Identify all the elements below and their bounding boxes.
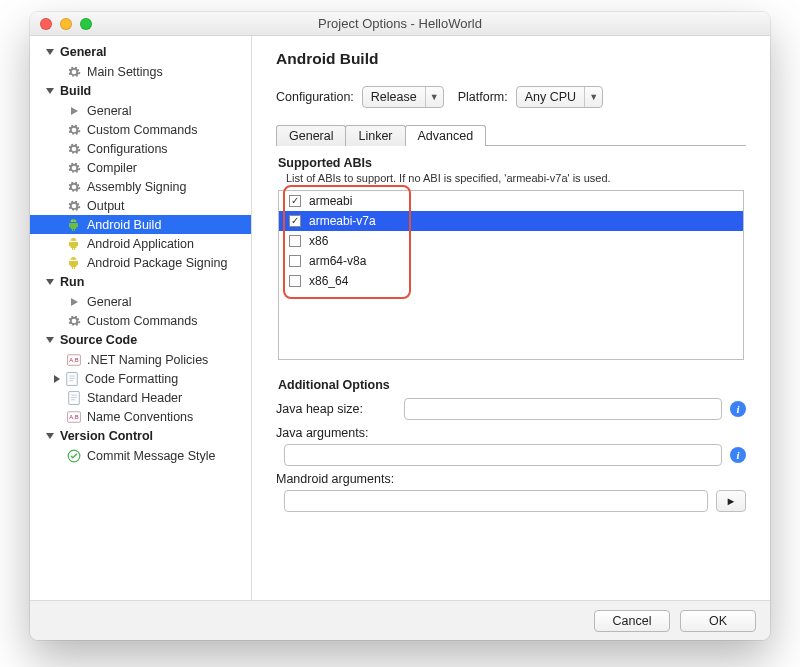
sidebar-item-label: Android Application bbox=[87, 237, 194, 251]
tab-general[interactable]: General bbox=[276, 125, 346, 146]
titlebar: Project Options - HelloWorld bbox=[30, 12, 770, 36]
sidebar-section-build[interactable]: Build bbox=[30, 81, 251, 101]
sidebar-item--net-naming-policies[interactable]: A,B.NET Naming Policies bbox=[30, 350, 251, 369]
tab-linker[interactable]: Linker bbox=[345, 125, 405, 146]
sidebar-item-assembly-signing[interactable]: Assembly Signing bbox=[30, 177, 251, 196]
tabbar: GeneralLinkerAdvanced bbox=[276, 124, 746, 145]
sidebar-item-commit-message-style[interactable]: Commit Message Style bbox=[30, 446, 251, 465]
java-heap-input[interactable] bbox=[404, 398, 722, 420]
sidebar-item-custom-commands[interactable]: Custom Commands bbox=[30, 120, 251, 139]
close-window-button[interactable] bbox=[40, 18, 52, 30]
info-icon[interactable]: i bbox=[730, 401, 746, 417]
checkbox[interactable] bbox=[289, 235, 301, 247]
abi-label: armeabi bbox=[309, 194, 352, 208]
sidebar-item-android-application[interactable]: Android Application bbox=[30, 234, 251, 253]
abi-row-arm64-v8a[interactable]: arm64-v8a bbox=[279, 251, 743, 271]
play-icon bbox=[66, 295, 81, 309]
mandroid-browse-button[interactable]: ► bbox=[716, 490, 746, 512]
sidebar-item-label: General bbox=[87, 295, 131, 309]
abi-row-x86-64[interactable]: x86_64 bbox=[279, 271, 743, 291]
sidebar-item-label: Assembly Signing bbox=[87, 180, 186, 194]
svg-point-3 bbox=[75, 239, 76, 240]
abi-label: x86_64 bbox=[309, 274, 348, 288]
minimize-window-button[interactable] bbox=[60, 18, 72, 30]
check-circle-icon bbox=[66, 449, 81, 463]
platform-value: Any CPU bbox=[517, 90, 584, 104]
mandroid-args-label: Mandroid arguments: bbox=[276, 472, 396, 486]
disclosure-triangle-icon bbox=[46, 279, 54, 285]
sidebar-item-label: General bbox=[87, 104, 131, 118]
mandroid-args-input[interactable] bbox=[284, 490, 708, 512]
info-icon[interactable]: i bbox=[730, 447, 746, 463]
sidebar-item-compiler[interactable]: Compiler bbox=[30, 158, 251, 177]
java-args-input[interactable] bbox=[284, 444, 722, 466]
badge-icon: A,B bbox=[66, 353, 81, 367]
tab-advanced[interactable]: Advanced bbox=[405, 125, 487, 146]
svg-rect-8 bbox=[66, 372, 77, 385]
sidebar-item-output[interactable]: Output bbox=[30, 196, 251, 215]
configuration-combo[interactable]: Release ▼ bbox=[362, 86, 444, 108]
sidebar-item-label: Name Conventions bbox=[87, 410, 193, 424]
gear-icon bbox=[66, 199, 81, 213]
window-title: Project Options - HelloWorld bbox=[30, 16, 770, 31]
svg-text:A,B: A,B bbox=[69, 414, 79, 420]
gear-icon bbox=[66, 314, 81, 328]
play-icon bbox=[66, 104, 81, 118]
sidebar-item-standard-header[interactable]: Standard Header bbox=[30, 388, 251, 407]
platform-label: Platform: bbox=[458, 90, 508, 104]
svg-point-2 bbox=[72, 239, 73, 240]
sidebar-item-label: Output bbox=[87, 199, 125, 213]
abi-row-armeabi-v7a[interactable]: armeabi-v7a bbox=[279, 211, 743, 231]
abi-row-x86[interactable]: x86 bbox=[279, 231, 743, 251]
gear-icon bbox=[66, 123, 81, 137]
gear-icon bbox=[66, 142, 81, 156]
configuration-label: Configuration: bbox=[276, 90, 354, 104]
sidebar-item-custom-commands[interactable]: Custom Commands bbox=[30, 311, 251, 330]
supported-abis-heading: Supported ABIs bbox=[278, 156, 746, 170]
svg-point-4 bbox=[72, 258, 73, 259]
sidebar-item-name-conventions[interactable]: A,BName Conventions bbox=[30, 407, 251, 426]
page-heading: Android Build bbox=[276, 50, 746, 68]
chevron-down-icon: ▼ bbox=[584, 87, 602, 107]
sidebar-section-general[interactable]: General bbox=[30, 42, 251, 62]
checkbox[interactable] bbox=[289, 215, 301, 227]
sidebar-item-main-settings[interactable]: Main Settings bbox=[30, 62, 251, 81]
cancel-button[interactable]: Cancel bbox=[594, 610, 670, 632]
sidebar-item-general[interactable]: General bbox=[30, 101, 251, 120]
svg-rect-12 bbox=[68, 391, 79, 404]
java-args-label: Java arguments: bbox=[276, 426, 396, 440]
sidebar-item-label: Commit Message Style bbox=[87, 449, 216, 463]
sidebar-item-android-package-signing[interactable]: Android Package Signing bbox=[30, 253, 251, 272]
sidebar-item-label: Standard Header bbox=[87, 391, 182, 405]
abi-label: arm64-v8a bbox=[309, 254, 366, 268]
ok-button[interactable]: OK bbox=[680, 610, 756, 632]
sidebar-item-android-build[interactable]: Android Build bbox=[30, 215, 251, 234]
abi-row-armeabi[interactable]: armeabi bbox=[279, 191, 743, 211]
android-yellow-icon bbox=[66, 237, 81, 251]
platform-combo[interactable]: Any CPU ▼ bbox=[516, 86, 603, 108]
svg-point-0 bbox=[72, 220, 73, 221]
checkbox[interactable] bbox=[289, 255, 301, 267]
checkbox[interactable] bbox=[289, 275, 301, 287]
disclosure-triangle-icon bbox=[46, 88, 54, 94]
content-pane: Android Build Configuration: Release ▼ P… bbox=[252, 36, 770, 600]
supported-abis-hint: List of ABIs to support. If no ABI is sp… bbox=[286, 172, 746, 184]
chevron-down-icon: ▼ bbox=[425, 87, 443, 107]
abi-label: x86 bbox=[309, 234, 328, 248]
abi-listbox[interactable]: armeabiarmeabi-v7ax86arm64-v8ax86_64 bbox=[278, 190, 744, 360]
abi-label: armeabi-v7a bbox=[309, 214, 376, 228]
sidebar-section-run[interactable]: Run bbox=[30, 272, 251, 292]
sidebar-section-source-code[interactable]: Source Code bbox=[30, 330, 251, 350]
sidebar-item-configurations[interactable]: Configurations bbox=[30, 139, 251, 158]
sidebar-item-general[interactable]: General bbox=[30, 292, 251, 311]
sidebar-item-label: Main Settings bbox=[87, 65, 163, 79]
sidebar-item-label: Custom Commands bbox=[87, 314, 197, 328]
additional-options-heading: Additional Options bbox=[278, 378, 746, 392]
sidebar-item-code-formatting[interactable]: Code Formatting bbox=[30, 369, 251, 388]
sidebar-section-version-control[interactable]: Version Control bbox=[30, 426, 251, 446]
zoom-window-button[interactable] bbox=[80, 18, 92, 30]
svg-point-5 bbox=[75, 258, 76, 259]
checkbox[interactable] bbox=[289, 195, 301, 207]
sidebar-item-label: Android Package Signing bbox=[87, 256, 227, 270]
sidebar-item-label: .NET Naming Policies bbox=[87, 353, 208, 367]
